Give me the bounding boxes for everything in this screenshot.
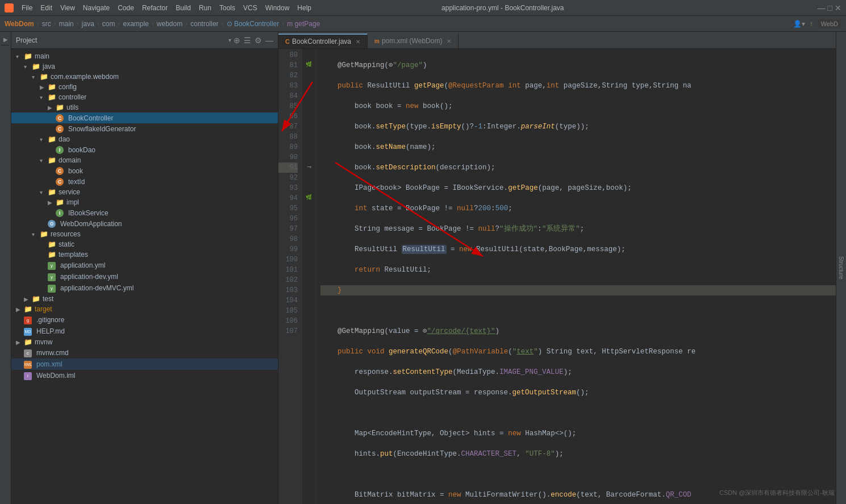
menu-window[interactable]: Window <box>262 3 293 13</box>
main-area: ▶ Project ▾ ⊕ ☰ ⚙ — ▾ 📁 main ▾ <box>0 32 846 504</box>
structure-panel[interactable]: Structure <box>836 32 846 504</box>
tree-item-textid[interactable]: C textId <box>11 176 278 187</box>
code-line-83: book.setType(type.isEmpty()?-1:Integer.p… <box>320 122 836 132</box>
tree-item-resources[interactable]: ▾ 📁 resources <box>11 229 278 239</box>
structure-label: Structure <box>838 256 844 280</box>
tree-item-mvnw[interactable]: ▶ 📁 mvnw <box>11 337 278 347</box>
tree-item-domain[interactable]: ▾ 📁 domain <box>11 155 278 165</box>
tab-close-bookcontroller[interactable]: ✕ <box>356 39 360 45</box>
menu-refactor[interactable]: Refactor <box>139 3 171 13</box>
title-bar: File Edit View Navigate Code Refactor Bu… <box>0 0 846 16</box>
tree-item-controller[interactable]: ▾ 📁 controller <box>11 92 278 102</box>
tree-item-static[interactable]: 📁 static <box>11 239 278 249</box>
tree-item-bookcontroller[interactable]: C BookController <box>11 113 278 123</box>
code-line-92 <box>320 306 836 316</box>
tab-bookcontroller-label: BookController.java <box>292 38 351 45</box>
dropdown-arrow[interactable]: ▾ <box>228 37 231 43</box>
breadcrumb-java[interactable]: java <box>82 20 94 28</box>
breadcrumb-webdom[interactable]: webdom <box>157 20 182 28</box>
menu-edit[interactable]: Edit <box>37 3 56 13</box>
close-icon[interactable]: ✕ <box>835 3 841 13</box>
menu-vcs[interactable]: VCS <box>240 3 261 13</box>
tree-item-utils[interactable]: ▶ 📁 utils <box>11 102 278 113</box>
breadcrumb-com[interactable]: com <box>102 20 115 28</box>
tree-item-service[interactable]: ▾ 📁 service <box>11 187 278 197</box>
code-line-87: int state = BookPage != null?200:500; <box>320 203 836 214</box>
tree-item-config[interactable]: ▶ 📁 config <box>11 82 278 92</box>
side-tab-project[interactable]: ▶ <box>1 34 10 45</box>
tree-item-test[interactable]: ▶ 📁 test <box>11 294 278 304</box>
breadcrumb-controller[interactable]: controller <box>190 20 218 28</box>
tab-close-pomxml[interactable]: ✕ <box>447 38 451 44</box>
gear-icon[interactable]: ⚙ <box>255 36 262 45</box>
add-icon[interactable]: ⊕ <box>234 36 240 45</box>
breadcrumb-method[interactable]: m getPage <box>287 20 320 28</box>
tree-item-gitignore[interactable]: g .gitignore <box>11 314 278 326</box>
watermark: CSDN @深圳市有德者科技有限公司-耿瑞 <box>719 489 835 497</box>
tree-item-mvnw-cmd[interactable]: c mvnw.cmd <box>11 347 278 359</box>
maximize-icon[interactable]: □ <box>828 3 832 13</box>
tree-item-application-dev-yml[interactable]: y application-dev.yml <box>11 271 278 282</box>
vcs-icon[interactable]: ↑ <box>810 20 813 28</box>
panel-icons: ⊕ ☰ ⚙ — <box>234 36 273 45</box>
project-panel-header: Project ▾ ⊕ ☰ ⚙ — <box>11 32 278 49</box>
breadcrumb-example[interactable]: example <box>123 20 148 28</box>
tree-item-dao[interactable]: ▾ 📁 dao <box>11 134 278 144</box>
tree-item-main[interactable]: ▾ 📁 main <box>11 51 278 61</box>
code-line-94: public void generateQRCode(@PathVariable… <box>320 347 836 357</box>
tree-item-bookdao[interactable]: I bookDao <box>11 144 278 155</box>
tree-item-pomxml[interactable]: XML pom.xml <box>11 359 278 370</box>
layout-icon[interactable]: ☰ <box>244 36 251 45</box>
tab-bookcontroller[interactable]: C BookController.java ✕ <box>278 34 368 48</box>
code-line-90: return ResultUtil; <box>320 265 836 275</box>
menu-code[interactable]: Code <box>114 3 137 13</box>
menu-run[interactable]: Run <box>195 3 215 13</box>
user-icon[interactable]: 👤▾ <box>793 20 805 28</box>
titlebar-right: ― □ ✕ <box>818 3 841 13</box>
code-content[interactable]: @GetMapping(⊙"/page") public ResultUtil … <box>316 49 836 504</box>
menu-tools[interactable]: Tools <box>216 3 239 13</box>
menu-bar: File Edit View Navigate Code Refactor Bu… <box>18 3 315 13</box>
tab-pomxml[interactable]: m pom.xml (WebDom) ✕ <box>368 34 459 48</box>
navbar: WebDom › src › main › java › com › examp… <box>0 16 846 32</box>
breadcrumb-main[interactable]: main <box>59 20 74 28</box>
breadcrumb-src[interactable]: src <box>42 20 51 28</box>
tree-item-com-example-webdom[interactable]: ▾ 📁 com.example.webdom <box>11 72 278 82</box>
tree-item-impl[interactable]: ▶ 📁 impl <box>11 197 278 207</box>
minimize-panel-icon[interactable]: — <box>265 36 273 45</box>
menu-view[interactable]: View <box>57 3 78 13</box>
editor-area: C BookController.java ✕ m pom.xml (WebDo… <box>278 32 836 504</box>
code-line-97 <box>320 408 836 418</box>
breadcrumb-project[interactable]: WebDom <box>5 20 34 28</box>
breadcrumb-class[interactable]: ⊙ BookController <box>227 20 280 28</box>
tree-item-target[interactable]: ▶ 📁 target <box>11 304 278 314</box>
code-gutter: 🌿 ⇁ 🌿 <box>302 49 316 504</box>
menu-help[interactable]: Help <box>294 3 315 13</box>
menu-file[interactable]: File <box>18 3 36 13</box>
tree-item-ibookservice[interactable]: I IBookService <box>11 207 278 218</box>
menu-navigate[interactable]: Navigate <box>80 3 113 13</box>
code-editor[interactable]: 8081828384 8586878889 909192 9394959697 … <box>278 49 836 504</box>
code-line-84: book.setName(name); <box>320 142 836 152</box>
tree-item-application-devmvc-yml[interactable]: y application-devMVC.yml <box>11 282 278 294</box>
tab-pomxml-label: pom.xml (WebDom) <box>382 37 442 45</box>
tree-item-webdomiml[interactable]: i WebDom.iml <box>11 370 278 381</box>
tree-item-application-yml[interactable]: y application.yml <box>11 260 278 271</box>
code-line-89: ResultUtil ResultUtil = new ResultUtil(s… <box>320 244 836 255</box>
tree-item-templates[interactable]: 📁 templates <box>11 249 278 260</box>
webd-button[interactable]: WebD <box>818 19 841 28</box>
code-line-99: hints.put(EncodeHintType.CHARACTER_SET, … <box>320 449 836 459</box>
code-line-85: book.setDescription(description); <box>320 163 836 173</box>
menu-build[interactable]: Build <box>172 3 194 13</box>
app-logo <box>5 3 14 13</box>
project-panel-title: Project <box>16 36 226 44</box>
tree-item-snowflake[interactable]: C SnowflakeIdGenerator <box>11 123 278 134</box>
tree-item-book[interactable]: C book <box>11 165 278 176</box>
tree-item-helpmd[interactable]: MD HELP.md <box>11 326 278 337</box>
breadcrumb: WebDom › src › main › java › com › examp… <box>5 20 320 28</box>
tree-item-webdomapp[interactable]: ⚙ WebDomApplication <box>11 218 278 229</box>
code-line-81: public ResultUtil getPage(@RequestParam … <box>320 81 836 91</box>
minimize-icon[interactable]: ― <box>818 3 826 13</box>
code-line-100 <box>320 469 836 480</box>
tree-item-java[interactable]: ▾ 📁 java <box>11 61 278 72</box>
